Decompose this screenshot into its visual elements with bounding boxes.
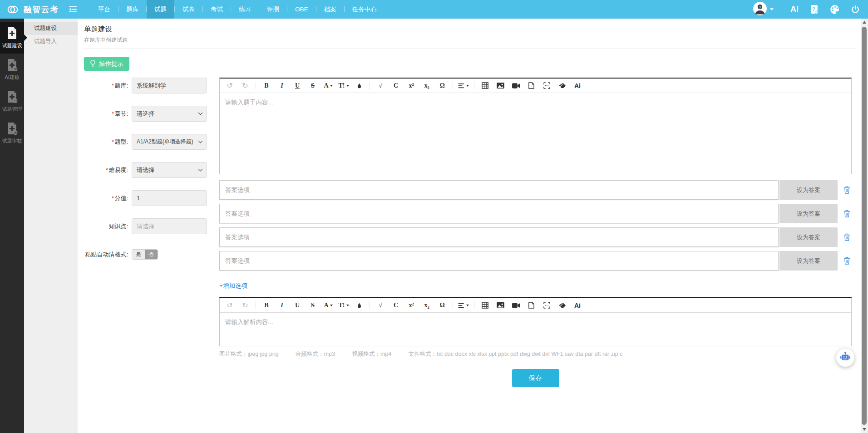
subscript-button[interactable]: x₂ — [419, 79, 434, 93]
nav-item-practice[interactable]: 练习 — [231, 0, 259, 19]
qtype-select[interactable]: A1/A2型题(单项选择题) — [132, 134, 207, 150]
font-color-button[interactable]: A — [321, 299, 336, 312]
delete-option-button[interactable] — [843, 186, 850, 194]
logout-power-button[interactable] — [851, 5, 860, 14]
submenu-item-question-build[interactable]: 试题建设 — [24, 22, 78, 35]
answer-option-input[interactable] — [219, 227, 779, 247]
insert-image-button[interactable] — [493, 79, 508, 93]
ocr-button[interactable] — [539, 299, 554, 312]
insert-table-button[interactable] — [477, 79, 493, 93]
eraser-button[interactable] — [554, 79, 570, 93]
ocr-button[interactable] — [539, 79, 554, 93]
help-doc-button[interactable]: ? — [809, 5, 819, 14]
save-button[interactable]: 保存 — [512, 369, 559, 387]
answer-option-input[interactable] — [219, 251, 779, 271]
stem-editor-content[interactable]: 请输入题干内容... — [220, 93, 851, 174]
svg-text:?: ? — [812, 6, 815, 12]
nav-item-bank[interactable]: 题库 — [118, 0, 146, 19]
italic-button[interactable]: I — [274, 79, 290, 93]
toggle-yes-option[interactable]: 是 — [132, 250, 145, 259]
insert-file-button[interactable] — [523, 79, 539, 93]
rail-item-question-review[interactable]: 试题审核 — [0, 117, 24, 149]
ai-assist-button[interactable]: Ai — [570, 299, 585, 312]
strikethrough-button[interactable]: S — [305, 299, 321, 312]
align-button[interactable] — [456, 79, 471, 93]
analysis-editor-content[interactable]: 请输入解析内容... — [220, 313, 851, 346]
ai-assist-button[interactable]: Ai — [570, 79, 585, 93]
eraser-button[interactable] — [554, 299, 570, 312]
toggle-no-option[interactable]: 否 — [145, 250, 158, 259]
strikethrough-button[interactable]: S — [305, 79, 321, 93]
nav-item-assess[interactable]: 评测 — [259, 0, 287, 19]
undo-button[interactable]: ↺ — [222, 79, 237, 93]
rail-item-question-build[interactable]: 试题建设 — [0, 22, 24, 54]
insert-image-button[interactable] — [493, 299, 508, 312]
set-answer-button[interactable]: 设为答案 — [779, 204, 838, 223]
superscript-button[interactable]: x² — [404, 299, 419, 312]
scroll-up-button[interactable] — [863, 21, 866, 24]
formula-button[interactable]: √ — [373, 299, 388, 312]
font-size-button[interactable]: T! — [336, 299, 351, 312]
clear-format-button[interactable]: C — [388, 79, 404, 93]
add-option-link[interactable]: +增加选项 — [219, 282, 247, 290]
set-answer-button[interactable]: 设为答案 — [779, 227, 838, 247]
delete-option-button[interactable] — [843, 233, 850, 241]
knowledge-input[interactable] — [132, 218, 207, 234]
highlight-color-button[interactable] — [351, 79, 367, 93]
set-answer-button[interactable]: 设为答案 — [779, 251, 838, 271]
analysis-editor: ↺ ↻ B I U S A T! √ C — [219, 297, 852, 346]
subscript-button[interactable]: x₂ — [419, 299, 434, 312]
nav-item-task-center[interactable]: 任务中心 — [345, 0, 385, 19]
underline-button[interactable]: U — [290, 79, 305, 93]
set-answer-button[interactable]: 设为答案 — [779, 180, 838, 200]
chapter-select[interactable]: 请选择 — [132, 106, 207, 122]
scroll-thumb[interactable] — [862, 27, 867, 425]
nav-item-paper[interactable]: 试卷 — [175, 0, 202, 19]
user-avatar[interactable]: ? — [753, 2, 774, 17]
insert-file-button[interactable] — [523, 299, 539, 312]
difficulty-select[interactable]: 请选择 — [132, 162, 207, 178]
insert-video-button[interactable] — [508, 79, 523, 93]
insert-table-button[interactable] — [477, 299, 493, 312]
delete-option-button[interactable] — [843, 210, 850, 217]
nav-item-platform[interactable]: 平台 — [90, 0, 118, 19]
align-button[interactable] — [456, 299, 471, 312]
redo-button[interactable]: ↻ — [237, 79, 253, 93]
paste-clean-row: 粘贴自动清格式: 是 否 — [84, 246, 219, 262]
theme-palette-button[interactable] — [830, 5, 840, 15]
clear-format-button[interactable]: C — [388, 299, 404, 312]
scroll-down-button[interactable] — [863, 428, 866, 431]
nav-item-obe[interactable]: OBE — [287, 0, 316, 19]
rail-item-question-manage[interactable]: 试题管理 — [0, 85, 24, 117]
rail-item-ai-build[interactable]: AI建题 — [0, 54, 24, 85]
superscript-button[interactable]: x² — [404, 79, 419, 93]
nav-item-archive[interactable]: 档案 — [316, 0, 344, 19]
submenu-item-question-import[interactable]: 试题导入 — [24, 35, 78, 48]
bold-button[interactable]: B — [259, 79, 274, 93]
font-color-button[interactable]: A — [321, 79, 336, 93]
bank-field[interactable] — [132, 78, 207, 93]
underline-button[interactable]: U — [290, 299, 305, 312]
bold-button[interactable]: B — [259, 299, 274, 312]
special-char-button[interactable]: Ω — [434, 299, 450, 312]
video-formats: 视频格式：mp4 — [352, 351, 391, 357]
answer-option-input[interactable] — [219, 204, 779, 223]
highlight-color-button[interactable] — [351, 299, 367, 312]
font-size-button[interactable]: T! — [336, 79, 351, 93]
ai-assistant-button[interactable]: Ai — [790, 5, 799, 14]
menu-fold-icon[interactable] — [69, 6, 77, 12]
answer-option-input[interactable] — [219, 180, 779, 200]
vertical-scrollbar[interactable] — [861, 19, 868, 433]
delete-option-button[interactable] — [843, 257, 850, 265]
nav-item-question[interactable]: 试题 — [147, 0, 174, 19]
insert-video-button[interactable] — [508, 299, 523, 312]
italic-button[interactable]: I — [274, 299, 290, 312]
robot-assistant-button[interactable] — [836, 349, 854, 367]
operation-hint-button[interactable]: 操作提示 — [84, 57, 129, 71]
score-input[interactable] — [132, 190, 207, 206]
special-char-button[interactable]: Ω — [434, 79, 450, 93]
redo-button[interactable]: ↻ — [237, 299, 253, 312]
formula-button[interactable]: √ — [373, 79, 388, 93]
undo-button[interactable]: ↺ — [222, 299, 237, 312]
nav-item-exam[interactable]: 考试 — [203, 0, 231, 19]
